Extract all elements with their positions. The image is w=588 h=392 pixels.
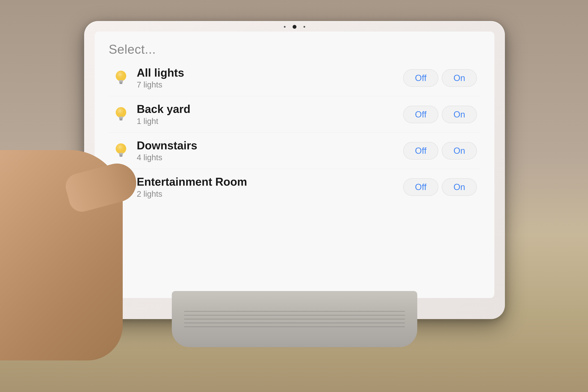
camera-lens (292, 25, 296, 29)
svg-rect-7 (119, 116, 123, 118)
list-item: All lights 7 lights Off On (109, 60, 480, 96)
toggle-group-downstairs: Off On (403, 142, 477, 160)
bulb-icon-back-yard (112, 105, 130, 124)
off-button-entertainment-room[interactable]: Off (403, 178, 438, 196)
svg-point-1 (116, 71, 126, 81)
device-container: Select... (84, 21, 505, 319)
item-info-entertainment-room: Entertainment Room 2 lights (137, 176, 396, 198)
device-frame: Select... (84, 21, 505, 319)
svg-point-6 (116, 107, 126, 118)
svg-rect-9 (120, 119, 122, 120)
screen-content: Select... (95, 32, 494, 298)
list-item: Back yard 1 light Off On (109, 96, 480, 132)
item-info-all-lights: All lights 7 lights (137, 66, 396, 90)
grille-line (184, 322, 405, 323)
svg-point-11 (116, 144, 126, 154)
off-button-downstairs[interactable]: Off (403, 142, 438, 160)
screen: Select... (95, 32, 494, 298)
svg-rect-14 (120, 156, 122, 157)
list-item: Entertainment Room 2 lights Off On (109, 169, 480, 205)
item-name: All lights (137, 66, 396, 79)
on-button-entertainment-room[interactable]: On (442, 178, 477, 196)
speaker-grille (172, 291, 417, 347)
svg-rect-13 (119, 154, 123, 156)
sensor-left (284, 26, 286, 28)
list-item: Downstairs 4 lights Off On (109, 133, 480, 169)
light-list: All lights 7 lights Off On (109, 60, 480, 291)
grille-line (184, 311, 405, 312)
svg-rect-3 (119, 82, 123, 83)
item-count: 1 light (137, 116, 396, 126)
item-name: Back yard (137, 103, 396, 115)
hand (0, 150, 123, 360)
on-button-back-yard[interactable]: On (442, 106, 477, 123)
bulb-icon-all-lights (112, 68, 130, 88)
off-button-all-lights[interactable]: Off (403, 69, 438, 87)
item-count: 4 lights (137, 153, 396, 162)
item-count: 7 lights (137, 80, 396, 90)
on-button-downstairs[interactable]: On (442, 142, 477, 160)
svg-rect-2 (119, 80, 123, 82)
bulb-icon-downstairs (112, 141, 130, 160)
on-button-all-lights[interactable]: On (442, 69, 477, 87)
toggle-group-back-yard: Off On (403, 106, 477, 123)
item-name: Entertainment Room (137, 176, 396, 188)
camera-bar (284, 25, 305, 29)
grille-line (184, 319, 405, 320)
page-title: Select... (109, 42, 480, 56)
svg-rect-12 (119, 153, 123, 154)
svg-rect-8 (119, 118, 123, 119)
grille-lines (184, 302, 405, 336)
item-count: 2 lights (137, 189, 396, 199)
item-info-downstairs: Downstairs 4 lights (137, 139, 396, 162)
toggle-group-entertainment-room: Off On (403, 178, 477, 196)
sensor-right (304, 26, 305, 28)
grille-line (184, 315, 405, 316)
item-name: Downstairs (137, 139, 396, 152)
svg-rect-4 (120, 83, 122, 84)
toggle-group-all-lights: Off On (403, 69, 477, 87)
item-info-back-yard: Back yard 1 light (137, 103, 396, 126)
grille-line (184, 326, 405, 327)
off-button-back-yard[interactable]: Off (403, 106, 438, 123)
